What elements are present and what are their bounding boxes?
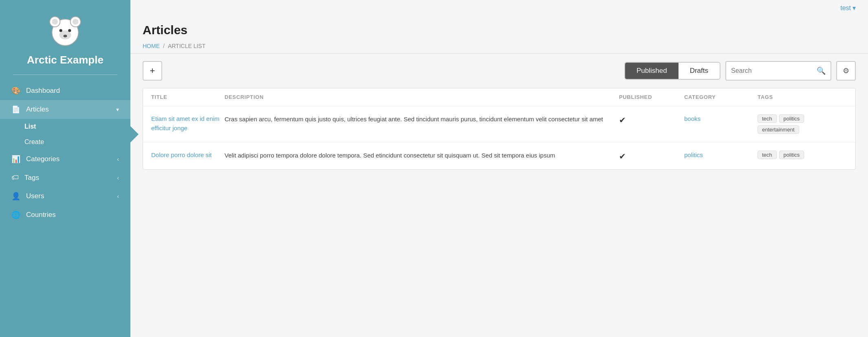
sidebar-item-dashboard[interactable]: 🎨 Dashboard [0, 81, 130, 100]
tag-politics-2[interactable]: politics [779, 151, 804, 159]
sidebar-item-categories[interactable]: 📊 Categories ‹ [0, 150, 130, 168]
tag-tech-2[interactable]: tech [758, 151, 777, 159]
tag-tech[interactable]: tech [758, 114, 777, 123]
sidebar-label-countries: Countries [26, 211, 56, 219]
sidebar-item-users[interactable]: 👤 Users ‹ [0, 187, 130, 206]
article-tags-1: tech politics [758, 151, 847, 159]
article-category-1[interactable]: politics [684, 151, 758, 158]
articles-sub-nav: List Create [0, 119, 130, 150]
breadcrumb-current: ARTICLE LIST [168, 43, 205, 49]
app-logo [47, 12, 84, 49]
col-tags: TAGS [758, 94, 847, 100]
categories-icon: 📊 [11, 155, 20, 164]
article-published-0: ✔ [619, 114, 684, 125]
sidebar-label-categories: Categories [26, 155, 59, 163]
dashboard-icon: 🎨 [11, 86, 20, 95]
tag-politics[interactable]: politics [779, 114, 804, 123]
page-title: Articles [143, 23, 856, 37]
sub-label-list: List [24, 123, 36, 130]
user-label: test [840, 4, 851, 12]
table-row: Dolore porro dolore sit Velit adipisci p… [143, 142, 855, 169]
filter-icon: ⚙ [843, 66, 849, 75]
sidebar-sub-item-list[interactable]: List [0, 119, 130, 134]
countries-icon: 🌐 [11, 210, 20, 219]
table-header: TITLE DESCRIPTION PUBLISHED CATEGORY TAG… [143, 88, 855, 106]
breadcrumb-home[interactable]: HOME [143, 43, 160, 49]
app-name: Arctic Example [19, 54, 112, 66]
svg-point-6 [59, 29, 62, 32]
col-title: TITLE [151, 94, 225, 100]
tag-entertainment[interactable]: entertainment [758, 125, 799, 134]
svg-point-8 [64, 35, 67, 37]
article-title-1[interactable]: Dolore porro dolore sit [151, 151, 225, 160]
breadcrumb-separator: / [163, 43, 165, 49]
col-published: PUBLISHED [619, 94, 684, 100]
sidebar-label-users: Users [26, 192, 44, 200]
col-description: DESCRIPTION [225, 94, 619, 100]
tab-drafts[interactable]: Drafts [679, 63, 720, 79]
main-content: test ▾ Articles HOME / ARTICLE LIST + Pu… [130, 0, 868, 337]
article-desc-0: Cras sapien arcu, fermentum quis justo q… [225, 114, 619, 124]
users-icon: 👤 [11, 192, 20, 201]
search-icon: 🔍 [817, 66, 826, 75]
categories-chevron: ‹ [117, 156, 119, 162]
toolbar: + Published Drafts 🔍 ⚙ [130, 54, 868, 88]
svg-point-4 [73, 19, 78, 24]
article-published-1: ✔ [619, 151, 684, 161]
sub-label-create: Create [24, 138, 44, 146]
article-table: TITLE DESCRIPTION PUBLISHED CATEGORY TAG… [143, 88, 856, 170]
sidebar-divider [13, 74, 117, 75]
sidebar-item-countries[interactable]: 🌐 Countries [0, 206, 130, 224]
sidebar-item-articles[interactable]: 📄 Articles ▾ [0, 100, 130, 119]
page-header: Articles HOME / ARTICLE LIST [130, 16, 868, 54]
sidebar-item-tags[interactable]: 🏷 Tags ‹ [0, 168, 130, 187]
articles-icon: 📄 [11, 105, 20, 114]
sidebar-sub-item-create[interactable]: Create [0, 134, 130, 150]
article-title-0[interactable]: Etiam sit amet ex id enim efficitur jong… [151, 114, 225, 133]
article-desc-1: Velit adipisci porro tempora dolore dolo… [225, 151, 619, 160]
sidebar-label-dashboard: Dashboard [26, 87, 60, 95]
svg-point-7 [68, 29, 71, 32]
articles-chevron: ▾ [116, 106, 119, 113]
svg-point-3 [52, 19, 58, 24]
table-row: Etiam sit amet ex id enim efficitur jong… [143, 106, 855, 142]
breadcrumb: HOME / ARTICLE LIST [143, 43, 856, 49]
tags-chevron: ‹ [117, 175, 119, 181]
tab-group: Published Drafts [624, 62, 720, 80]
topbar: test ▾ [130, 0, 868, 16]
sidebar-label-articles: Articles [26, 105, 49, 114]
add-button[interactable]: + [143, 61, 162, 81]
article-tags-0: tech politics entertainment [758, 114, 847, 134]
tab-published[interactable]: Published [625, 63, 679, 79]
article-category-0[interactable]: books [684, 114, 758, 122]
sidebar-label-tags: Tags [24, 174, 39, 182]
sidebar-nav: 🎨 Dashboard 📄 Articles ▾ List Create 📊 C… [0, 81, 130, 224]
sidebar: Arctic Example 🎨 Dashboard 📄 Articles ▾ … [0, 0, 130, 337]
sidebar-arrow [130, 126, 139, 142]
users-chevron: ‹ [117, 193, 119, 199]
user-chevron-icon: ▾ [853, 4, 856, 12]
search-box[interactable]: 🔍 [725, 61, 831, 81]
tags-icon: 🏷 [11, 173, 19, 182]
filter-button[interactable]: ⚙ [836, 61, 856, 81]
user-menu[interactable]: test ▾ [840, 4, 856, 12]
search-input[interactable] [731, 67, 817, 74]
col-category: CATEGORY [684, 94, 758, 100]
